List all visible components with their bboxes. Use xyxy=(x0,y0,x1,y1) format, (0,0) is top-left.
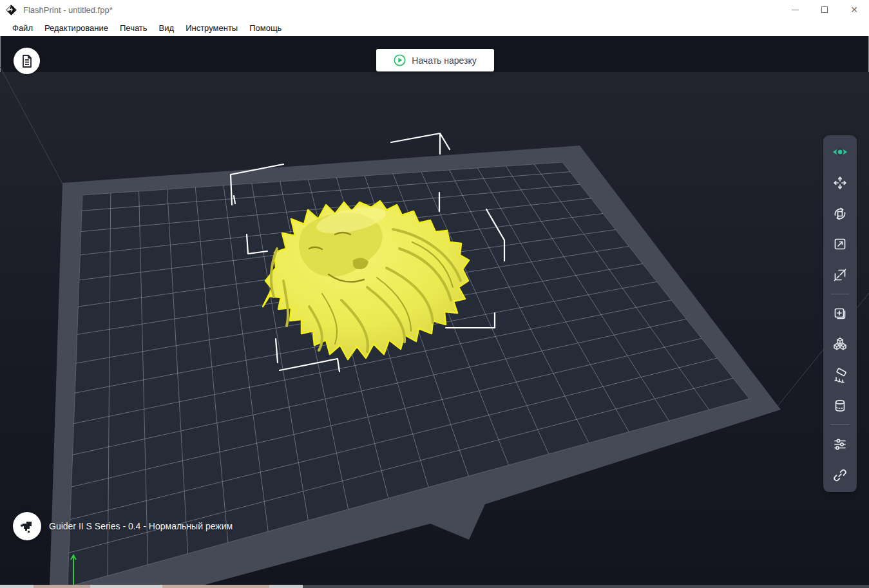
close-button[interactable]: ✕ xyxy=(839,0,869,19)
rotate-tool-button[interactable] xyxy=(823,198,857,229)
cylinder-icon xyxy=(832,398,848,413)
menu-file[interactable]: Файл xyxy=(6,21,39,35)
printer-icon xyxy=(19,518,35,535)
sliders-icon xyxy=(832,437,848,452)
taskbar-sliver xyxy=(0,585,869,588)
menu-view[interactable]: Вид xyxy=(153,21,180,35)
menu-help[interactable]: Помощь xyxy=(244,21,287,35)
flashprint-logo xyxy=(6,5,17,15)
supports-tool-button[interactable] xyxy=(823,360,857,391)
menu-print[interactable]: Печать xyxy=(114,21,153,35)
add-model-button[interactable] xyxy=(823,298,857,329)
start-slicing-label: Начать нарезку xyxy=(412,55,476,66)
flashprint-window: Начать нарезку xyxy=(0,0,869,588)
supports-icon xyxy=(832,367,848,384)
scale-icon xyxy=(832,236,848,252)
menu-edit[interactable]: Редактирование xyxy=(39,21,114,35)
menu-bar: Файл Редактирование Печать Вид Инструмен… xyxy=(0,19,869,36)
window-controls: ✕ xyxy=(780,0,869,19)
menu-tools[interactable]: Инструменты xyxy=(180,21,244,35)
toolbar-divider xyxy=(830,424,850,425)
printer-status-text: Guider II S Series - 0.4 - Нормальный ре… xyxy=(49,521,233,531)
printer-status-circle xyxy=(13,512,41,540)
cut-tool-button[interactable] xyxy=(823,260,857,290)
scale-tool-button[interactable] xyxy=(823,229,857,260)
document-icon xyxy=(20,54,34,68)
add-model-icon xyxy=(832,306,848,321)
maximize-button[interactable] xyxy=(810,0,839,19)
link-icon xyxy=(832,468,848,483)
cut-icon xyxy=(832,267,848,283)
cubes-icon xyxy=(832,336,848,353)
multi-machine-button[interactable] xyxy=(823,460,857,491)
title-bar: FlashPrint - untitled.fpp* ✕ xyxy=(0,0,869,19)
minimize-button[interactable] xyxy=(780,0,810,19)
viewport-3d[interactable] xyxy=(0,36,869,588)
right-toolbar xyxy=(823,135,857,492)
play-icon xyxy=(394,54,406,66)
file-button[interactable] xyxy=(14,48,40,74)
minimize-icon xyxy=(792,10,799,10)
maximize-icon xyxy=(821,6,828,13)
priming-tower-button[interactable] xyxy=(823,391,857,422)
rotate-icon xyxy=(832,206,848,222)
view-tool-button[interactable] xyxy=(823,137,857,167)
eye-icon xyxy=(832,144,848,160)
move-tool-button[interactable] xyxy=(823,167,857,198)
print-settings-button[interactable] xyxy=(823,429,857,460)
toolbar-divider xyxy=(830,294,850,294)
close-icon: ✕ xyxy=(850,5,858,14)
start-slicing-button[interactable]: Начать нарезку xyxy=(376,49,494,71)
scene-canvas xyxy=(0,36,869,588)
printer-status-chip[interactable]: Guider II S Series - 0.4 - Нормальный ре… xyxy=(13,512,233,540)
window-title: FlashPrint - untitled.fpp* xyxy=(23,5,113,15)
arrange-tool-button[interactable] xyxy=(823,329,857,360)
move-icon xyxy=(832,175,848,191)
